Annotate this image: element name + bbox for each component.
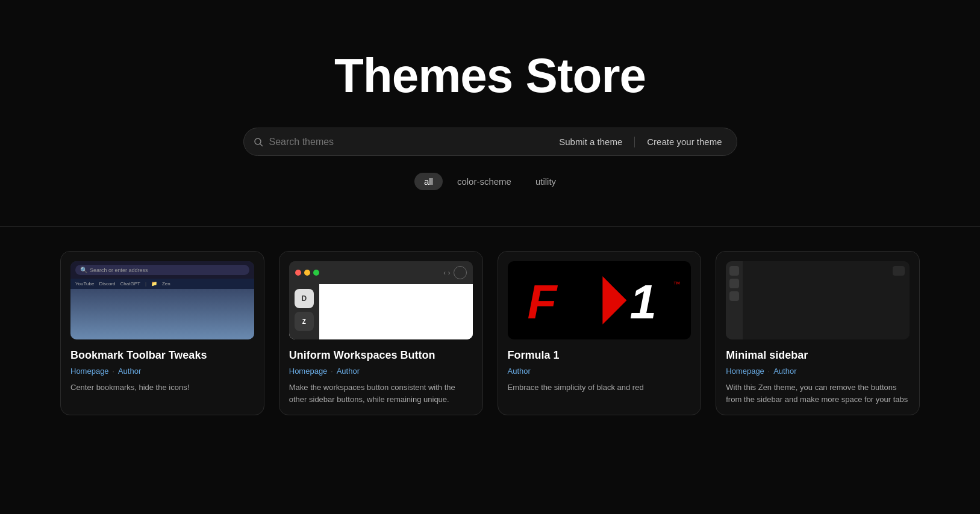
search-actions: Submit a theme Create your theme xyxy=(554,134,726,149)
bookmark-tab-zen: Zen xyxy=(162,281,170,286)
create-theme-button[interactable]: Create your theme xyxy=(642,134,726,149)
card-title-1: Bookmark Toolbar Tweaks xyxy=(70,349,254,362)
page-title: Themes Store xyxy=(334,48,646,104)
ws-circle-icon xyxy=(454,266,467,279)
card-description-1: Center bookmarks, hide the icons! xyxy=(70,382,254,394)
theme-card-minimal-sidebar: Minimal sidebar Homepage · Author With t… xyxy=(716,251,920,415)
card-preview-bookmark: 🔍 Search or enter address YouTube Discor… xyxy=(70,261,254,339)
bookmark-tab-youtube: YouTube xyxy=(75,281,94,286)
filter-tabs: all color-scheme utility xyxy=(414,173,566,190)
bookmark-tab-discord: Discord xyxy=(99,281,115,286)
card-title-2: Uniform Workspaces Button xyxy=(289,349,473,362)
cards-grid: 🔍 Search or enter address YouTube Discor… xyxy=(60,251,920,415)
card-links-3: Author xyxy=(508,367,691,376)
card-description-3: Embrace the simplicity of black and red xyxy=(508,382,691,394)
card-links-4: Homepage · Author xyxy=(726,367,910,376)
cards-section: 🔍 Search or enter address YouTube Discor… xyxy=(0,251,980,451)
ws-forward-arrow: › xyxy=(448,269,451,276)
theme-card-formula-1: F 1 ™ Formula 1 Author Embrace the simpl… xyxy=(498,251,702,415)
card-title-3: Formula 1 xyxy=(508,349,691,362)
bookmark-search-box: 🔍 Search or enter address xyxy=(75,265,249,275)
ws-back-arrow: ‹ xyxy=(443,269,446,276)
minimal-sidebar-preview xyxy=(726,261,743,339)
theme-card-bookmark-toolbar-tweaks: 🔍 Search or enter address YouTube Discor… xyxy=(60,251,264,415)
bookmark-toolbar-bar: 🔍 Search or enter address xyxy=(70,261,254,279)
card-author-link-4[interactable]: Author xyxy=(773,367,796,376)
ws-maximize-dot xyxy=(313,270,319,276)
card-homepage-link-1[interactable]: Homepage xyxy=(70,367,109,376)
filter-tab-all[interactable]: all xyxy=(414,173,443,190)
ws-content-area xyxy=(319,284,473,339)
card-dot-2: · xyxy=(331,367,332,376)
ws-sidebar: D Z xyxy=(289,284,319,339)
ws-nav-arrows: ‹ › xyxy=(443,269,450,276)
filter-tab-utility[interactable]: utility xyxy=(526,173,566,190)
card-title-4: Minimal sidebar xyxy=(726,349,910,362)
search-divider xyxy=(634,137,635,147)
bookmark-content-area xyxy=(70,289,254,339)
svg-text:1: 1 xyxy=(629,275,657,329)
ws-titlebar: ‹ › xyxy=(289,261,473,284)
search-icon xyxy=(254,137,263,147)
svg-text:F: F xyxy=(527,275,558,329)
card-author-link-1[interactable]: Author xyxy=(118,367,141,376)
card-description-4: With this Zen theme, you can remove the … xyxy=(726,382,910,405)
search-input[interactable] xyxy=(269,137,555,147)
minimal-icon-2 xyxy=(729,279,739,288)
bookmark-tabs-bar: YouTube Discord ChatGPT | 📁 Zen xyxy=(70,279,254,289)
ws-zen-btn: Z xyxy=(295,312,314,331)
card-links-1: Homepage · Author xyxy=(70,367,254,376)
bookmark-tab-sep: | xyxy=(145,281,146,286)
svg-text:™: ™ xyxy=(673,280,680,288)
svg-marker-3 xyxy=(602,276,626,324)
card-preview-workspaces: ‹ › D Z xyxy=(289,261,473,339)
card-homepage-link-4[interactable]: Homepage xyxy=(726,367,764,376)
section-divider xyxy=(0,226,980,227)
card-preview-f1: F 1 ™ xyxy=(508,261,691,339)
ws-close-dot xyxy=(295,270,301,276)
card-author-link-2[interactable]: Author xyxy=(337,367,360,376)
ws-workspace-d: D xyxy=(295,289,314,308)
filter-tab-color-scheme[interactable]: color-scheme xyxy=(448,173,521,190)
ws-body: D Z xyxy=(289,284,473,339)
bookmark-tab-chatgpt: ChatGPT xyxy=(120,281,140,286)
minimal-icon-1 xyxy=(729,266,739,276)
ws-minimize-dot xyxy=(304,270,310,276)
theme-card-uniform-workspaces: ‹ › D Z Uniform Workspaces Button Homepa… xyxy=(279,251,483,415)
card-author-link-3[interactable]: Author xyxy=(508,367,531,376)
card-homepage-link-2[interactable]: Homepage xyxy=(289,367,328,376)
card-dot-1: · xyxy=(113,367,114,376)
bookmark-search-icon: 🔍 xyxy=(80,267,87,273)
card-dot-4: · xyxy=(768,367,770,376)
hero-section: Themes Store Submit a theme Create your … xyxy=(0,0,980,226)
minimal-icon-3 xyxy=(729,291,739,301)
search-bar: Submit a theme Create your theme xyxy=(243,128,737,156)
f1-logo-svg: F 1 ™ xyxy=(508,261,691,339)
card-preview-minimal xyxy=(726,261,910,339)
minimal-small-box xyxy=(893,266,905,276)
card-links-2: Homepage · Author xyxy=(289,367,473,376)
submit-theme-button[interactable]: Submit a theme xyxy=(554,134,627,149)
card-description-2: Make the workspaces button consistent wi… xyxy=(289,382,473,405)
svg-line-1 xyxy=(260,144,263,146)
bookmark-search-text: Search or enter address xyxy=(90,267,148,273)
minimal-content-area xyxy=(743,261,910,339)
bookmark-tab-folder-icon: 📁 xyxy=(151,281,157,286)
